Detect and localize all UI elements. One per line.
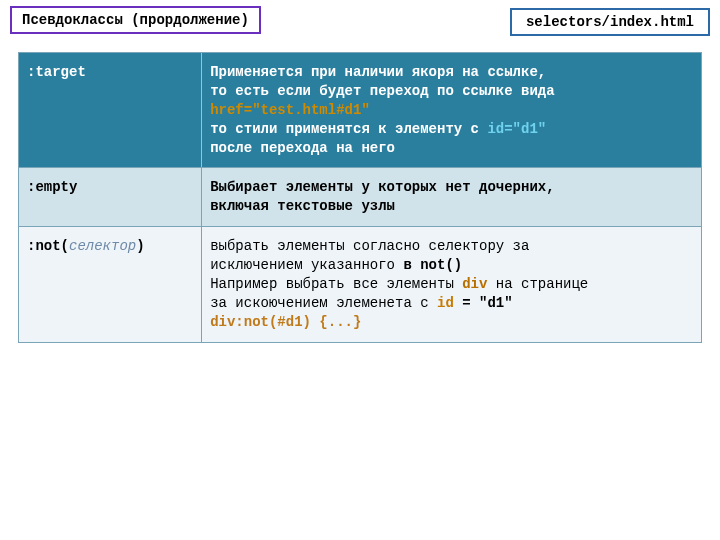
- selector-name: :empty: [19, 168, 202, 226]
- selector-desc: Применяется при наличии якоря на ссылке,…: [202, 53, 701, 167]
- text: Выбирает элементы у которых нет дочерних…: [210, 179, 554, 195]
- not-prefix: :not(: [27, 238, 69, 254]
- code-id-label: id: [437, 295, 454, 311]
- text: выбрать элементы согласно селектору за: [210, 238, 529, 254]
- selector-desc: выбрать элементы согласно селектору за и…: [202, 227, 701, 341]
- code-id-val: "d1": [479, 295, 513, 311]
- code-div: div: [462, 276, 487, 292]
- not-param: селектор: [69, 238, 136, 254]
- text: исключением указанного: [210, 257, 403, 273]
- text: после перехода на него: [210, 140, 395, 156]
- text: на странице: [487, 276, 588, 292]
- page-title: Псевдоклассы (прордолжение): [10, 6, 261, 34]
- selector-name: :target: [19, 53, 202, 167]
- eq: =: [454, 295, 479, 311]
- selector-name: :not(селектор): [19, 227, 202, 341]
- not-suffix: ): [136, 238, 144, 254]
- text: включая текстовые узлы: [210, 198, 395, 214]
- selector-desc: Выбирает элементы у которых нет дочерних…: [202, 168, 701, 226]
- text: Применяется при наличии якоря на ссылке,: [210, 64, 546, 80]
- text-bold: в not(): [403, 257, 462, 273]
- code-id: id="d1": [487, 121, 546, 137]
- text: за искоючением элеменета с: [210, 295, 437, 311]
- table-row: :not(селектор) выбрать элементы согласно…: [19, 227, 701, 341]
- code-href: href="test.html#d1": [210, 102, 370, 118]
- pseudoclass-table: :target Применяется при наличии якоря на…: [18, 52, 702, 343]
- text: то есть если будет переход по ссылке вид…: [210, 83, 554, 99]
- table-row: :empty Выбирает элементы у которых нет д…: [19, 168, 701, 227]
- table-row: :target Применяется при наличии якоря на…: [19, 53, 701, 168]
- text: Например выбрать все элементы: [210, 276, 462, 292]
- text: то стили применятся к элементу c: [210, 121, 487, 137]
- code-example: div:not(#d1) {...}: [210, 314, 361, 330]
- file-path: selectors/index.html: [510, 8, 710, 36]
